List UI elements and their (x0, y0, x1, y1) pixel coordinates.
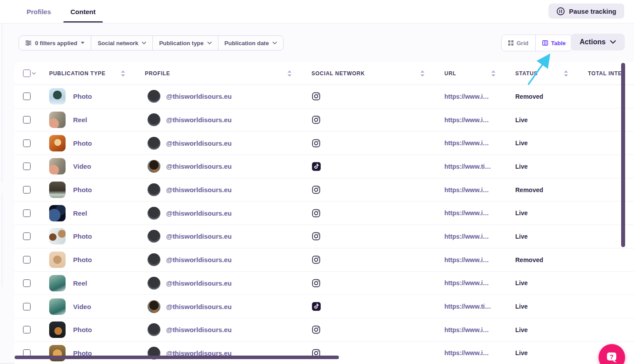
profile-cell: @thisworldisours.eu (145, 155, 311, 178)
filter-social-network[interactable]: Social network (91, 36, 153, 50)
row-checkbox[interactable] (23, 326, 31, 333)
column-header-social-network[interactable]: Social network (311, 70, 444, 77)
total-interactions-cell (588, 108, 634, 132)
url-link[interactable]: https://www.ti… (444, 163, 491, 170)
profile-cell: @thisworldisours.eu (145, 108, 311, 132)
row-checkbox[interactable] (23, 139, 31, 147)
row-checkbox[interactable] (23, 93, 31, 100)
column-header-profile[interactable]: Profile (145, 70, 311, 77)
profile-handle[interactable]: @thisworldisours.eu (166, 163, 232, 170)
social-network-cell (311, 155, 444, 178)
chevron-down-icon (142, 42, 146, 44)
row-checkbox[interactable] (23, 116, 31, 124)
publication-thumbnail[interactable] (49, 182, 66, 198)
profile-cell: @thisworldisours.eu (145, 342, 311, 364)
status-text: Removed (515, 256, 543, 263)
tiktok-icon (312, 302, 321, 311)
table-view-label: Table (551, 40, 566, 46)
row-checkbox[interactable] (23, 279, 31, 287)
horizontal-scrollbar[interactable] (15, 356, 339, 359)
column-header-status[interactable]: Status (515, 70, 588, 77)
vertical-scrollbar[interactable] (621, 63, 625, 247)
url-link[interactable]: https://www.i… (444, 349, 489, 356)
publication-thumbnail[interactable] (49, 252, 66, 268)
sort-icon[interactable] (564, 70, 568, 77)
column-label: Total inte (588, 70, 622, 77)
profile-handle[interactable]: @thisworldisours.eu (166, 326, 232, 333)
status-cell: Live (515, 295, 588, 318)
grid-view-button[interactable]: Grid (502, 35, 535, 51)
tab-profiles[interactable]: Profiles (27, 0, 51, 23)
profile-handle[interactable]: @thisworldisours.eu (166, 232, 232, 240)
publication-thumbnail[interactable] (49, 158, 66, 174)
tab-bar: Profiles Content (27, 0, 96, 23)
url-cell: https://www.i… (444, 132, 515, 155)
profile-handle[interactable]: @thisworldisours.eu (166, 303, 232, 310)
publication-thumbnail[interactable] (49, 275, 66, 291)
url-link[interactable]: https://www.i… (444, 279, 489, 287)
profile-handle[interactable]: @thisworldisours.eu (166, 279, 232, 287)
profile-handle[interactable]: @thisworldisours.eu (166, 209, 232, 217)
publication-type-cell: Photo (49, 318, 145, 341)
tab-content[interactable]: Content (70, 0, 96, 23)
url-link[interactable]: https://www.i… (444, 116, 489, 124)
filter-publication-date[interactable]: Publication date (218, 36, 283, 50)
row-checkbox[interactable] (23, 232, 31, 240)
profile-handle[interactable]: @thisworldisours.eu (166, 116, 232, 124)
checkbox-dropdown-chevron-icon[interactable] (32, 72, 36, 75)
row-checkbox[interactable] (23, 163, 31, 170)
url-link[interactable]: https://www.i… (444, 256, 489, 263)
url-link[interactable]: https://www.i… (444, 139, 489, 147)
filters-applied-button[interactable]: 0 filters applied (19, 36, 91, 50)
url-cell: https://www.i… (444, 248, 515, 271)
profile-handle[interactable]: @thisworldisours.eu (166, 93, 232, 100)
publication-thumbnail[interactable] (49, 298, 66, 315)
sort-icon[interactable] (420, 70, 425, 77)
actions-button[interactable]: Actions (571, 34, 625, 50)
column-header-total-interactions[interactable]: Total inte (588, 70, 634, 77)
url-link[interactable]: https://www.i… (444, 326, 489, 333)
url-link[interactable]: https://www.i… (444, 233, 489, 240)
url-cell: https://www.i… (444, 85, 515, 108)
filter-publication-type[interactable]: Publication type (153, 36, 218, 50)
total-interactions-cell (588, 318, 634, 341)
url-link[interactable]: https://www.i… (444, 209, 489, 217)
status-text: Live (515, 139, 528, 147)
url-link[interactable]: https://www.i… (444, 186, 489, 194)
publication-thumbnail[interactable] (49, 205, 66, 221)
caret-down-icon (81, 42, 85, 44)
profile-handle[interactable]: @thisworldisours.eu (166, 139, 232, 147)
url-link[interactable]: https://www.i… (444, 93, 489, 100)
table-view-button[interactable]: Table (535, 35, 572, 51)
column-header-publication-type[interactable]: Publication type (49, 70, 145, 77)
publication-thumbnail[interactable] (49, 88, 66, 105)
pause-tracking-button[interactable]: Pause tracking (548, 4, 624, 19)
social-network-cell (311, 248, 444, 271)
status-cell: Live (515, 155, 588, 178)
row-checkbox[interactable] (23, 186, 31, 194)
status-text: Live (515, 326, 528, 333)
sort-icon[interactable] (287, 70, 292, 77)
sort-icon[interactable] (491, 70, 496, 77)
url-cell: https://www.i… (444, 318, 515, 341)
publication-thumbnail[interactable] (49, 135, 66, 151)
profile-avatar (148, 230, 160, 243)
table-row: Photo@thisworldisours.euhttps://www.i…Re… (15, 85, 634, 108)
column-header-url[interactable]: URL (444, 70, 515, 77)
row-checkbox[interactable] (23, 256, 31, 263)
row-checkbox[interactable] (23, 303, 31, 310)
profile-handle[interactable]: @thisworldisours.eu (166, 186, 232, 194)
status-cell: Removed (515, 248, 588, 271)
publication-thumbnail[interactable] (49, 321, 66, 338)
content-table: Publication type Profile Social network … (15, 62, 634, 364)
url-link[interactable]: https://www.ti… (444, 303, 491, 310)
publication-thumbnail[interactable] (49, 112, 66, 128)
publication-thumbnail[interactable] (49, 228, 66, 244)
sort-icon[interactable] (121, 70, 125, 77)
pause-circle-icon (556, 7, 565, 15)
profile-handle[interactable]: @thisworldisours.eu (166, 256, 232, 263)
url-cell: https://www.i… (444, 108, 515, 132)
select-all-checkbox[interactable] (23, 70, 31, 77)
publication-type-label: Photo (73, 326, 92, 333)
row-checkbox[interactable] (23, 209, 31, 217)
